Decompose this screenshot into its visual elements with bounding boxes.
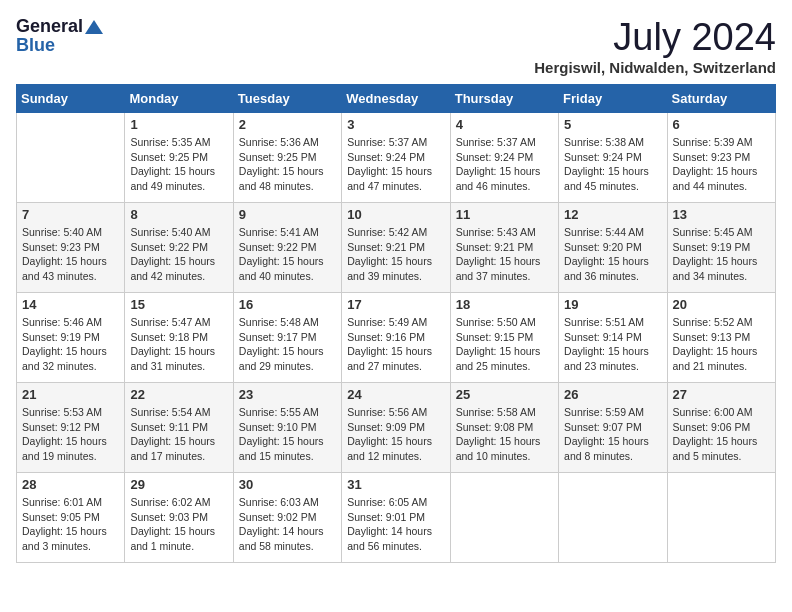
- day-info: Sunrise: 5:45 AM Sunset: 9:19 PM Dayligh…: [673, 225, 770, 284]
- calendar-cell: 22Sunrise: 5:54 AM Sunset: 9:11 PM Dayli…: [125, 383, 233, 473]
- location-title: Hergiswil, Nidwalden, Switzerland: [534, 59, 776, 76]
- title-section: July 2024 Hergiswil, Nidwalden, Switzerl…: [534, 16, 776, 76]
- calendar-cell: 17Sunrise: 5:49 AM Sunset: 9:16 PM Dayli…: [342, 293, 450, 383]
- day-number: 20: [673, 297, 770, 312]
- day-info: Sunrise: 5:52 AM Sunset: 9:13 PM Dayligh…: [673, 315, 770, 374]
- day-number: 17: [347, 297, 444, 312]
- day-info: Sunrise: 5:41 AM Sunset: 9:22 PM Dayligh…: [239, 225, 336, 284]
- day-number: 3: [347, 117, 444, 132]
- week-row-3: 14Sunrise: 5:46 AM Sunset: 9:19 PM Dayli…: [17, 293, 776, 383]
- day-info: Sunrise: 5:58 AM Sunset: 9:08 PM Dayligh…: [456, 405, 553, 464]
- header-row: Sunday Monday Tuesday Wednesday Thursday…: [17, 85, 776, 113]
- calendar-cell: 5Sunrise: 5:38 AM Sunset: 9:24 PM Daylig…: [559, 113, 667, 203]
- day-number: 21: [22, 387, 119, 402]
- day-number: 28: [22, 477, 119, 492]
- day-info: Sunrise: 6:00 AM Sunset: 9:06 PM Dayligh…: [673, 405, 770, 464]
- calendar-cell: 19Sunrise: 5:51 AM Sunset: 9:14 PM Dayli…: [559, 293, 667, 383]
- day-number: 19: [564, 297, 661, 312]
- logo-general: General: [16, 16, 83, 37]
- calendar-table: Sunday Monday Tuesday Wednesday Thursday…: [16, 84, 776, 563]
- header-wednesday: Wednesday: [342, 85, 450, 113]
- header-tuesday: Tuesday: [233, 85, 341, 113]
- calendar-cell: 25Sunrise: 5:58 AM Sunset: 9:08 PM Dayli…: [450, 383, 558, 473]
- header-sunday: Sunday: [17, 85, 125, 113]
- calendar-cell: 20Sunrise: 5:52 AM Sunset: 9:13 PM Dayli…: [667, 293, 775, 383]
- day-info: Sunrise: 6:03 AM Sunset: 9:02 PM Dayligh…: [239, 495, 336, 554]
- day-number: 8: [130, 207, 227, 222]
- day-number: 12: [564, 207, 661, 222]
- day-number: 13: [673, 207, 770, 222]
- day-number: 16: [239, 297, 336, 312]
- calendar-cell: 9Sunrise: 5:41 AM Sunset: 9:22 PM Daylig…: [233, 203, 341, 293]
- day-number: 22: [130, 387, 227, 402]
- day-number: 29: [130, 477, 227, 492]
- day-info: Sunrise: 5:59 AM Sunset: 9:07 PM Dayligh…: [564, 405, 661, 464]
- day-number: 9: [239, 207, 336, 222]
- day-info: Sunrise: 5:37 AM Sunset: 9:24 PM Dayligh…: [347, 135, 444, 194]
- svg-marker-0: [85, 20, 103, 34]
- day-info: Sunrise: 5:37 AM Sunset: 9:24 PM Dayligh…: [456, 135, 553, 194]
- day-number: 23: [239, 387, 336, 402]
- day-info: Sunrise: 5:39 AM Sunset: 9:23 PM Dayligh…: [673, 135, 770, 194]
- day-info: Sunrise: 5:51 AM Sunset: 9:14 PM Dayligh…: [564, 315, 661, 374]
- calendar-cell: 11Sunrise: 5:43 AM Sunset: 9:21 PM Dayli…: [450, 203, 558, 293]
- calendar-cell: 8Sunrise: 5:40 AM Sunset: 9:22 PM Daylig…: [125, 203, 233, 293]
- calendar-cell: 14Sunrise: 5:46 AM Sunset: 9:19 PM Dayli…: [17, 293, 125, 383]
- header-thursday: Thursday: [450, 85, 558, 113]
- day-info: Sunrise: 5:49 AM Sunset: 9:16 PM Dayligh…: [347, 315, 444, 374]
- calendar-cell: 24Sunrise: 5:56 AM Sunset: 9:09 PM Dayli…: [342, 383, 450, 473]
- day-info: Sunrise: 5:54 AM Sunset: 9:11 PM Dayligh…: [130, 405, 227, 464]
- day-number: 11: [456, 207, 553, 222]
- header-monday: Monday: [125, 85, 233, 113]
- header-saturday: Saturday: [667, 85, 775, 113]
- day-number: 15: [130, 297, 227, 312]
- day-number: 1: [130, 117, 227, 132]
- calendar-cell: 3Sunrise: 5:37 AM Sunset: 9:24 PM Daylig…: [342, 113, 450, 203]
- week-row-1: 1Sunrise: 5:35 AM Sunset: 9:25 PM Daylig…: [17, 113, 776, 203]
- day-info: Sunrise: 5:48 AM Sunset: 9:17 PM Dayligh…: [239, 315, 336, 374]
- day-number: 6: [673, 117, 770, 132]
- logo: General Blue: [16, 16, 103, 56]
- day-info: Sunrise: 6:05 AM Sunset: 9:01 PM Dayligh…: [347, 495, 444, 554]
- week-row-2: 7Sunrise: 5:40 AM Sunset: 9:23 PM Daylig…: [17, 203, 776, 293]
- calendar-cell: 30Sunrise: 6:03 AM Sunset: 9:02 PM Dayli…: [233, 473, 341, 563]
- day-info: Sunrise: 5:56 AM Sunset: 9:09 PM Dayligh…: [347, 405, 444, 464]
- day-info: Sunrise: 5:53 AM Sunset: 9:12 PM Dayligh…: [22, 405, 119, 464]
- day-info: Sunrise: 5:55 AM Sunset: 9:10 PM Dayligh…: [239, 405, 336, 464]
- day-info: Sunrise: 5:46 AM Sunset: 9:19 PM Dayligh…: [22, 315, 119, 374]
- logo-icon: [85, 18, 103, 36]
- calendar-cell: 7Sunrise: 5:40 AM Sunset: 9:23 PM Daylig…: [17, 203, 125, 293]
- day-info: Sunrise: 6:02 AM Sunset: 9:03 PM Dayligh…: [130, 495, 227, 554]
- day-number: 4: [456, 117, 553, 132]
- calendar-cell: 1Sunrise: 5:35 AM Sunset: 9:25 PM Daylig…: [125, 113, 233, 203]
- day-info: Sunrise: 5:43 AM Sunset: 9:21 PM Dayligh…: [456, 225, 553, 284]
- calendar-cell: 28Sunrise: 6:01 AM Sunset: 9:05 PM Dayli…: [17, 473, 125, 563]
- calendar-cell: [17, 113, 125, 203]
- calendar-cell: 15Sunrise: 5:47 AM Sunset: 9:18 PM Dayli…: [125, 293, 233, 383]
- day-number: 26: [564, 387, 661, 402]
- logo-blue: Blue: [16, 35, 55, 56]
- calendar-cell: [559, 473, 667, 563]
- day-number: 5: [564, 117, 661, 132]
- calendar-cell: 4Sunrise: 5:37 AM Sunset: 9:24 PM Daylig…: [450, 113, 558, 203]
- day-number: 30: [239, 477, 336, 492]
- day-number: 14: [22, 297, 119, 312]
- calendar-cell: 16Sunrise: 5:48 AM Sunset: 9:17 PM Dayli…: [233, 293, 341, 383]
- day-number: 2: [239, 117, 336, 132]
- day-info: Sunrise: 5:40 AM Sunset: 9:22 PM Dayligh…: [130, 225, 227, 284]
- calendar-cell: 10Sunrise: 5:42 AM Sunset: 9:21 PM Dayli…: [342, 203, 450, 293]
- month-title: July 2024: [534, 16, 776, 59]
- calendar-cell: 2Sunrise: 5:36 AM Sunset: 9:25 PM Daylig…: [233, 113, 341, 203]
- header-friday: Friday: [559, 85, 667, 113]
- calendar-cell: 6Sunrise: 5:39 AM Sunset: 9:23 PM Daylig…: [667, 113, 775, 203]
- calendar-cell: 13Sunrise: 5:45 AM Sunset: 9:19 PM Dayli…: [667, 203, 775, 293]
- calendar-cell: 21Sunrise: 5:53 AM Sunset: 9:12 PM Dayli…: [17, 383, 125, 473]
- day-info: Sunrise: 5:50 AM Sunset: 9:15 PM Dayligh…: [456, 315, 553, 374]
- day-info: Sunrise: 5:40 AM Sunset: 9:23 PM Dayligh…: [22, 225, 119, 284]
- calendar-cell: 29Sunrise: 6:02 AM Sunset: 9:03 PM Dayli…: [125, 473, 233, 563]
- day-number: 25: [456, 387, 553, 402]
- day-info: Sunrise: 5:47 AM Sunset: 9:18 PM Dayligh…: [130, 315, 227, 374]
- week-row-4: 21Sunrise: 5:53 AM Sunset: 9:12 PM Dayli…: [17, 383, 776, 473]
- calendar-cell: 27Sunrise: 6:00 AM Sunset: 9:06 PM Dayli…: [667, 383, 775, 473]
- calendar-cell: 12Sunrise: 5:44 AM Sunset: 9:20 PM Dayli…: [559, 203, 667, 293]
